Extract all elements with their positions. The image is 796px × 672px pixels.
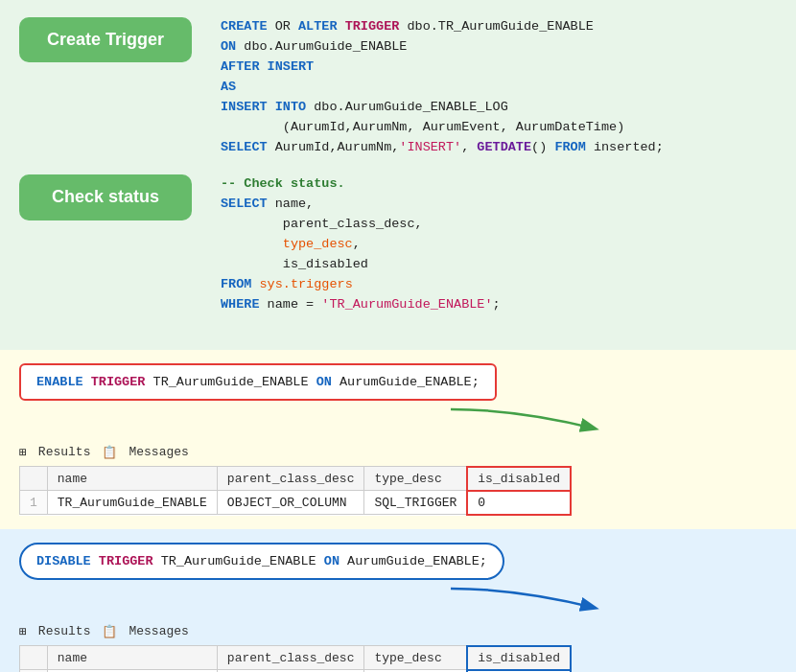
col-header-parent-2: parent_class_desc — [217, 646, 364, 670]
create-trigger-button[interactable]: Create Trigger — [19, 17, 192, 62]
col-header-isdisabled-2: is_disabled — [467, 646, 571, 670]
col-header-rownum — [20, 467, 48, 491]
check-status-row: Check status -- Check status.SELECT name… — [19, 174, 777, 314]
col-header-isdisabled: is_disabled — [467, 467, 571, 491]
col-header-name-2: name — [47, 646, 217, 670]
check-status-button[interactable]: Check status — [19, 174, 192, 220]
cell-type: SQL_TRIGGER — [364, 491, 467, 515]
messages-tab-2[interactable]: Messages — [129, 624, 188, 638]
results-tab[interactable]: Results — [38, 445, 91, 459]
bottom-results-area: ⊞ Results 📋 Messages name parent_class_d… — [19, 624, 777, 672]
green-arrow — [441, 405, 633, 433]
cell-isdisabled: 0 — [467, 491, 571, 515]
cell-name: TR_AurumGuide_ENABLE — [47, 491, 217, 515]
col-header-parent: parent_class_desc — [217, 467, 364, 491]
col-header-type: type_desc — [364, 467, 467, 491]
create-trigger-row: Create Trigger CREATE OR ALTER TRIGGER d… — [19, 17, 777, 157]
grid-icon-2: ⊞ — [19, 624, 27, 639]
middle-results-area: ⊞ Results 📋 Messages name parent_class_d… — [19, 445, 777, 516]
messages-icon-2: 📋 — [102, 624, 117, 639]
messages-tab[interactable]: Messages — [129, 445, 188, 459]
messages-icon: 📋 — [102, 445, 117, 460]
table-row: 1 TR_AurumGuide_ENABLE OBJECT_OR_COLUMN … — [20, 491, 572, 515]
bottom-section: DISABLE TRIGGER TR_AurumGuide_ENABLE ON … — [0, 529, 796, 672]
middle-section: ENABLE TRIGGER TR_AurumGuide_ENABLE ON A… — [0, 350, 796, 529]
enable-cmd-box: ENABLE TRIGGER TR_AurumGuide_ENABLE ON A… — [19, 363, 497, 401]
cell-rownum: 1 — [20, 491, 48, 515]
results-tab-2[interactable]: Results — [38, 624, 91, 638]
col-header-type-2: type_desc — [364, 646, 467, 670]
col-header-rownum-2 — [20, 646, 48, 670]
bottom-tabs: ⊞ Results 📋 Messages — [19, 624, 777, 639]
top-section: Create Trigger CREATE OR ALTER TRIGGER d… — [0, 0, 796, 350]
disable-cmd-box: DISABLE TRIGGER TR_AurumGuide_ENABLE ON … — [19, 543, 504, 580]
cell-parent: OBJECT_OR_COLUMN — [217, 491, 364, 515]
create-trigger-code: CREATE OR ALTER TRIGGER dbo.TR_AurumGuid… — [221, 17, 664, 157]
bottom-results-table: name parent_class_desc type_desc is_disa… — [19, 645, 572, 672]
col-header-name: name — [47, 467, 217, 491]
check-status-code: -- Check status.SELECT name, parent_clas… — [221, 174, 501, 314]
blue-arrow — [441, 584, 633, 613]
grid-icon: ⊞ — [19, 445, 27, 460]
middle-results-table: name parent_class_desc type_desc is_disa… — [19, 466, 572, 516]
middle-tabs: ⊞ Results 📋 Messages — [19, 445, 777, 460]
